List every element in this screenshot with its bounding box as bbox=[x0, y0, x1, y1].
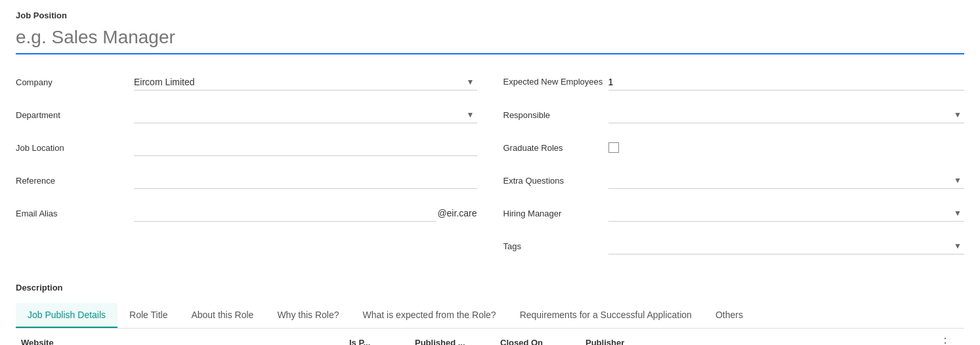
extra-questions-field-wrapper: ▼ bbox=[608, 172, 965, 189]
company-label: Company bbox=[16, 77, 134, 87]
company-select[interactable]: Eircom Limited bbox=[134, 74, 477, 91]
department-field-wrapper: ▼ bbox=[134, 107, 477, 123]
tab-others[interactable]: Others bbox=[704, 303, 755, 328]
col-header-publisher: Publisher bbox=[586, 338, 939, 346]
tabs-bar: Job Publish Details Role Title About thi… bbox=[16, 303, 964, 329]
email-prefix-input[interactable] bbox=[134, 205, 436, 222]
col-header-actions: ⋮ bbox=[939, 335, 959, 345]
graduate-roles-row: Graduate Roles bbox=[503, 136, 965, 159]
col-header-website: Website bbox=[21, 338, 349, 346]
reference-field-wrapper bbox=[134, 172, 477, 189]
email-alias-field-wrapper: @eir.care bbox=[134, 205, 477, 222]
job-position-input[interactable] bbox=[16, 24, 964, 54]
hiring-manager-field-wrapper: ▼ bbox=[608, 205, 965, 222]
left-form-col: Company Eircom Limited ▼ Department ▼ bbox=[16, 70, 477, 267]
job-location-field-wrapper bbox=[134, 140, 477, 156]
graduate-roles-checkbox-wrapper bbox=[608, 142, 965, 153]
extra-questions-select[interactable] bbox=[608, 172, 965, 189]
graduate-roles-field-wrapper bbox=[608, 142, 965, 153]
tab-role-title[interactable]: Role Title bbox=[117, 303, 179, 328]
email-suffix: @eir.care bbox=[437, 208, 477, 218]
tab-job-publish-details[interactable]: Job Publish Details bbox=[16, 303, 117, 328]
tab-requirements[interactable]: Requirements for a Successful Applicatio… bbox=[508, 303, 704, 328]
tab-why-role[interactable]: Why this Role? bbox=[265, 303, 351, 328]
col-header-closed-on: Closed On bbox=[500, 338, 586, 346]
graduate-roles-label: Graduate Roles bbox=[503, 143, 608, 153]
tab-expected-role[interactable]: What is expected from the Role? bbox=[351, 303, 508, 328]
graduate-roles-checkbox[interactable] bbox=[608, 142, 619, 153]
job-position-label: Job Position bbox=[16, 10, 964, 20]
table-actions-menu-icon[interactable]: ⋮ bbox=[939, 336, 951, 345]
description-label: Description bbox=[16, 283, 964, 293]
tab-about-role[interactable]: About this Role bbox=[179, 303, 265, 328]
form-grid: Company Eircom Limited ▼ Department ▼ bbox=[16, 70, 964, 267]
reference-label: Reference bbox=[16, 176, 134, 186]
right-form-col: Expected New Employees Responsible ▼ Gr bbox=[503, 70, 965, 267]
job-location-input[interactable] bbox=[134, 140, 477, 156]
table-header-row: Website Is P... Published ... Closed On … bbox=[16, 329, 964, 345]
tags-label: Tags bbox=[503, 241, 608, 251]
company-field-wrapper: Eircom Limited ▼ bbox=[134, 74, 477, 91]
expected-employees-input[interactable] bbox=[608, 74, 965, 91]
reference-row: Reference bbox=[16, 169, 477, 192]
tags-field-wrapper: ▼ bbox=[608, 238, 965, 254]
expected-employees-label: Expected New Employees bbox=[503, 77, 608, 88]
email-alias-row: Email Alias @eir.care bbox=[16, 201, 477, 225]
email-row: @eir.care bbox=[134, 205, 477, 222]
reference-input[interactable] bbox=[134, 172, 477, 189]
expected-employees-row: Expected New Employees bbox=[503, 70, 965, 94]
hiring-manager-select[interactable] bbox=[608, 205, 965, 222]
extra-questions-row: Extra Questions ▼ bbox=[503, 169, 965, 192]
responsible-field-wrapper: ▼ bbox=[608, 107, 965, 123]
description-section: Description bbox=[16, 283, 964, 293]
hiring-manager-row: Hiring Manager ▼ bbox=[503, 201, 965, 225]
hiring-manager-label: Hiring Manager bbox=[503, 209, 608, 218]
page-container: Job Position Company Eircom Limited ▼ De… bbox=[0, 0, 980, 345]
responsible-row: Responsible ▼ bbox=[503, 103, 965, 127]
responsible-select[interactable] bbox=[608, 107, 965, 123]
job-location-row: Job Location bbox=[16, 136, 477, 159]
department-select[interactable] bbox=[134, 107, 477, 123]
extra-questions-label: Extra Questions bbox=[503, 176, 608, 186]
tags-row: Tags ▼ bbox=[503, 234, 965, 258]
col-header-is-published: Is P... bbox=[349, 338, 415, 346]
col-header-published: Published ... bbox=[415, 338, 500, 346]
company-row: Company Eircom Limited ▼ bbox=[16, 70, 477, 94]
responsible-label: Responsible bbox=[503, 110, 608, 120]
department-label: Department bbox=[16, 110, 134, 120]
expected-employees-field-wrapper bbox=[608, 74, 965, 91]
tags-select[interactable] bbox=[608, 238, 965, 254]
department-row: Department ▼ bbox=[16, 103, 477, 127]
email-alias-label: Email Alias bbox=[16, 209, 134, 218]
job-location-label: Job Location bbox=[16, 143, 134, 153]
